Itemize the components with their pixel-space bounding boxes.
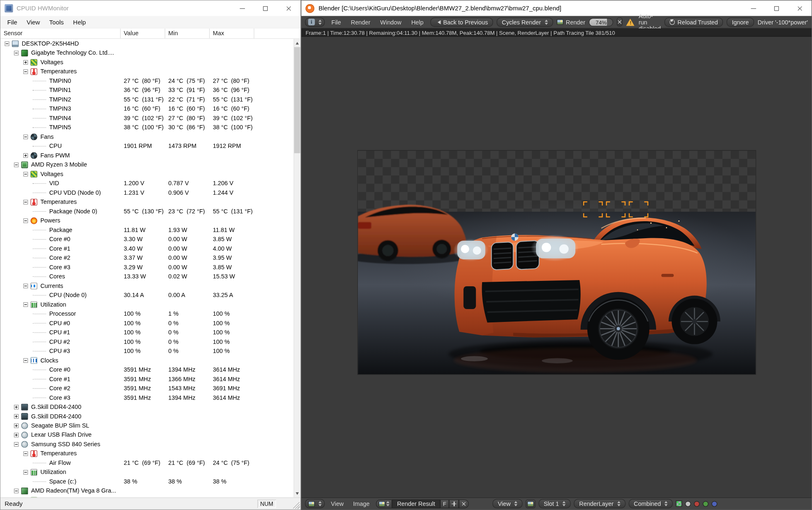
sensor-row[interactable]: Core #3 3591 MHz 1394 MHz 3614 MHz xyxy=(0,393,293,402)
blender-menu-render[interactable]: Render xyxy=(348,19,373,25)
sensor-row[interactable]: DESKTOP-2K5H4HD xyxy=(0,39,293,48)
sensor-row[interactable]: Utilization xyxy=(0,300,293,309)
menu-help[interactable]: Help xyxy=(68,18,90,25)
render-result-image[interactable] xyxy=(358,151,756,375)
sensor-row[interactable]: Core #3 3.29 W 0.00 W 3.85 W xyxy=(0,262,293,271)
browse-image-button[interactable] xyxy=(376,499,392,508)
blender-menu-window[interactable]: Window xyxy=(377,19,405,25)
sensor-row[interactable]: Seagate BUP Slim SL xyxy=(0,421,293,430)
tree-expander[interactable] xyxy=(14,488,19,493)
sensor-row[interactable]: Temperatures xyxy=(0,449,293,458)
sensor-row[interactable]: TMPIN3 16 °C (60 °F) 16 °C (60 °F) 16 °C… xyxy=(0,104,293,113)
sensor-row[interactable]: CPU 1901 RPM 1473 RPM 1912 RPM xyxy=(0,141,293,150)
footer-menu-view[interactable]: View xyxy=(328,500,347,507)
column-header-max[interactable]: Max xyxy=(210,29,254,39)
image-datablock-name[interactable]: Render Result xyxy=(392,499,440,508)
menu-file[interactable]: File xyxy=(2,18,22,25)
tree-expander[interactable] xyxy=(14,414,19,418)
sensor-row[interactable]: Samsung SSD 840 Series xyxy=(0,440,293,449)
sensor-row[interactable]: Powers xyxy=(0,216,293,225)
sensor-row[interactable]: Voltages xyxy=(0,169,293,179)
sensor-row[interactable]: Cores 13.33 W 0.02 W 15.53 W xyxy=(0,272,293,281)
channel-luma-button[interactable] xyxy=(685,501,691,507)
blender-close-button[interactable] xyxy=(788,0,812,16)
hwmonitor-maximize-button[interactable] xyxy=(254,0,277,16)
sensor-row[interactable]: Core #1 3591 MHz 1366 MHz 3614 MHz xyxy=(0,374,293,383)
sensor-row[interactable]: TMPIN2 55 °C (131 °F) 22 °C (71 °F) 55 °… xyxy=(0,95,293,104)
column-header-sensor[interactable]: Sensor xyxy=(0,29,121,39)
sensor-row[interactable]: Package (Node 0) 55 °C (130 °F) 23 °C (7… xyxy=(0,207,293,216)
scrollbar-thumb[interactable] xyxy=(294,47,301,153)
sensor-row[interactable]: Processor 100 % 1 % 100 % xyxy=(0,309,293,318)
tree-expander[interactable] xyxy=(23,358,28,363)
tree-expander[interactable] xyxy=(23,451,28,456)
sensor-row[interactable]: CPU #1 100 % 0 % 100 % xyxy=(0,328,293,337)
sensor-row[interactable]: CPU (Node 0) 30.14 A 0.00 A 33.25 A xyxy=(0,290,293,300)
tree-expander[interactable] xyxy=(14,404,19,409)
scroll-up-button[interactable] xyxy=(294,39,301,47)
sensor-row[interactable]: Currents xyxy=(0,281,293,290)
back-to-previous-button[interactable]: Back to Previous xyxy=(430,17,493,27)
fake-user-button[interactable]: F xyxy=(440,499,449,508)
sensor-row[interactable]: Temperatures xyxy=(0,197,293,206)
column-header-value[interactable]: Value xyxy=(121,29,165,39)
sensor-row[interactable]: Core #1 3.40 W 0.00 W 4.00 W xyxy=(0,244,293,253)
sensor-row[interactable]: Fans xyxy=(0,132,293,141)
tree-expander[interactable] xyxy=(23,153,28,157)
sensor-row[interactable]: CPU #3 100 % 0 % 100 % xyxy=(0,346,293,355)
sensor-row[interactable]: Core #0 3591 MHz 1394 MHz 3614 MHz xyxy=(0,365,293,374)
sensor-row[interactable]: TMPIN4 39 °C (102 °F) 27 °C (80 °F) 39 °… xyxy=(0,114,293,123)
sensor-row[interactable]: CPU #0 100 % 0 % 100 % xyxy=(0,318,293,327)
sensor-row[interactable]: Space (c:) 38 % 38 % 38 % xyxy=(0,477,293,486)
sensor-row[interactable]: Core #0 3.30 W 0.00 W 3.85 W xyxy=(0,234,293,244)
sensor-row[interactable]: TMPIN1 36 °C (96 °F) 33 °C (91 °F) 36 °C… xyxy=(0,85,293,94)
sensor-row[interactable]: AMD Ryzen 3 Mobile xyxy=(0,160,293,169)
footer-editor-type-selector[interactable] xyxy=(305,499,325,508)
channel-green-button[interactable] xyxy=(703,501,709,507)
ignore-button[interactable]: Ignore xyxy=(727,17,754,27)
render-layer-dropdown[interactable]: RenderLayer xyxy=(574,499,625,508)
render-pass-dropdown[interactable]: Combined xyxy=(629,499,673,508)
sensor-row[interactable]: TMPIN5 38 °C (100 °F) 30 °C (86 °F) 38 °… xyxy=(0,123,293,132)
sensor-row[interactable]: Package 11.81 W 1.93 W 11.81 W xyxy=(0,225,293,234)
view-mode-dropdown[interactable]: View xyxy=(492,499,522,508)
tree-expander[interactable] xyxy=(23,302,28,307)
sensor-row[interactable]: Air Flow 21 °C (69 °F) 21 °C (69 °F) 24 … xyxy=(0,458,293,467)
sensor-row[interactable]: TMPIN0 27 °C (80 °F) 24 °C (75 °F) 27 °C… xyxy=(0,76,293,85)
sensor-row[interactable]: Voltages xyxy=(0,58,293,67)
tree-expander[interactable] xyxy=(23,200,28,204)
sensor-row[interactable]: Gigabyte Technology Co. Ltd.... xyxy=(0,48,293,57)
sensor-row[interactable]: G.Skill DDR4-2400 xyxy=(0,411,293,421)
sensor-row[interactable]: G.Skill DDR4-2400 xyxy=(0,402,293,411)
sensor-row[interactable]: Temperatures xyxy=(0,67,293,76)
sensor-row[interactable]: Fans PWM xyxy=(0,151,293,160)
editor-type-selector[interactable] xyxy=(305,17,325,27)
menu-view[interactable]: View xyxy=(22,18,45,25)
tree-expander[interactable] xyxy=(5,41,9,46)
channel-blue-button[interactable] xyxy=(712,501,717,507)
hwmonitor-close-button[interactable] xyxy=(277,0,300,16)
sensor-row[interactable]: CPU VDD (Node 0) 1.231 V 0.906 V 1.244 V xyxy=(0,188,293,197)
sensor-row[interactable]: Utilization xyxy=(0,467,293,476)
pin-image-button[interactable] xyxy=(526,499,536,508)
tree-expander[interactable] xyxy=(23,60,28,64)
slot-dropdown[interactable]: Slot 1 xyxy=(538,499,571,508)
column-header-min[interactable]: Min xyxy=(165,29,210,39)
blender-minimize-button[interactable] xyxy=(742,0,765,16)
tree-expander[interactable] xyxy=(14,162,19,167)
unlink-image-button[interactable] xyxy=(459,499,469,508)
tree-expander[interactable] xyxy=(23,470,28,474)
sensor-row[interactable]: VID 1.200 V 0.787 V 1.206 V xyxy=(0,179,293,188)
sensor-row[interactable]: CPU #2 100 % 0 % 100 % xyxy=(0,337,293,346)
sensor-row[interactable]: Core #2 3.37 W 0.00 W 3.95 W xyxy=(0,253,293,262)
new-image-button[interactable] xyxy=(449,499,459,508)
sensor-row[interactable]: Clocks xyxy=(0,355,293,365)
blender-maximize-button[interactable] xyxy=(765,0,788,16)
cancel-render-button[interactable] xyxy=(617,17,623,26)
sensor-row[interactable]: Core #2 3591 MHz 1543 MHz 3691 MHz xyxy=(0,384,293,393)
reload-trusted-button[interactable]: Reload Trusted xyxy=(664,17,723,27)
blender-menu-help[interactable]: Help xyxy=(408,19,427,25)
channel-red-button[interactable] xyxy=(694,501,700,507)
tree-expander[interactable] xyxy=(23,218,28,223)
image-editor-viewport[interactable] xyxy=(301,37,812,498)
